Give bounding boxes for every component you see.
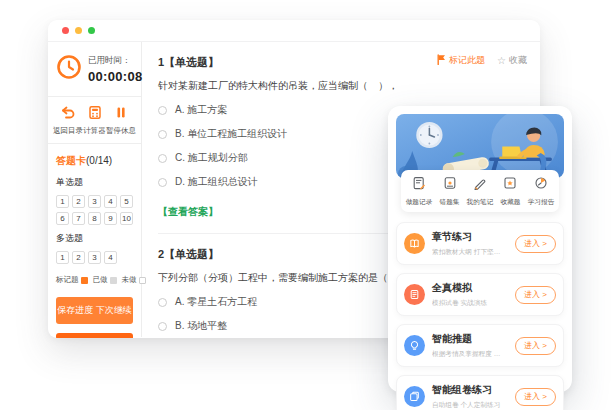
favorite-question-button[interactable]: ☆ 收藏 xyxy=(497,54,527,67)
enter-button[interactable]: 进入 > xyxy=(515,337,556,355)
answer-card-section: 答题卡(0/14) 单选题 1 2 3 4 5 6 7 8 9 10 xyxy=(48,144,141,338)
practice-item-chapter[interactable]: 章节练习 紧扣教材大纲 打下坚实基础 进入 > xyxy=(396,222,564,265)
question-number-button[interactable]: 8 xyxy=(88,212,101,225)
back-arrow-icon xyxy=(61,105,75,123)
option-text: A. 零星土石方工程 xyxy=(175,295,257,309)
mark-question-button[interactable]: 标记此题 xyxy=(437,54,485,67)
radio-icon[interactable] xyxy=(158,322,167,331)
flag-icon xyxy=(437,54,446,67)
question-number-button[interactable]: 3 xyxy=(88,195,101,208)
pause-icon xyxy=(115,105,127,123)
exam-paper-icon xyxy=(404,284,425,305)
window-titlebar xyxy=(48,20,540,42)
timer-value: 00:00:08 xyxy=(88,69,142,84)
calculator-button[interactable]: 计算器 xyxy=(83,105,106,136)
question-number-button[interactable]: 2 xyxy=(72,195,85,208)
answer-card-title: 答题卡 xyxy=(56,155,86,166)
study-illustration xyxy=(396,114,564,178)
question-number-button[interactable]: 10 xyxy=(120,212,133,225)
practice-item-mock-exam[interactable]: 全真模拟 模拟试卷 实战演练 进入 > xyxy=(396,273,564,316)
question-number-button[interactable]: 9 xyxy=(104,212,117,225)
menu-item-report[interactable]: 学习报告 xyxy=(526,176,556,207)
question-number-button[interactable]: 7 xyxy=(72,212,85,225)
single-choice-label: 单选题 xyxy=(56,176,133,189)
minimize-window-button[interactable] xyxy=(75,27,82,34)
save-progress-button[interactable]: 保存进度 下次继续 xyxy=(56,297,133,324)
menu-item-wrong-book[interactable]: 错题集 xyxy=(434,176,464,207)
menu-item-notes[interactable]: 我的笔记 xyxy=(465,176,495,207)
view-answer-link[interactable]: 【查看答案】 xyxy=(158,205,218,219)
report-clock-icon xyxy=(534,176,548,194)
multi-choice-label: 多选题 xyxy=(56,232,133,245)
question-number-button[interactable]: 2 xyxy=(72,251,85,264)
marked-swatch xyxy=(81,277,88,284)
option-text: B. 单位工程施工组织设计 xyxy=(175,127,287,141)
enter-button[interactable]: 进入 > xyxy=(515,235,556,253)
radio-icon[interactable] xyxy=(158,298,167,307)
menu-item-favorites[interactable]: 收藏题 xyxy=(495,176,525,207)
practice-item-custom-paper[interactable]: 智能组卷练习 自助组卷 个人定制练习 进入 > xyxy=(396,375,564,410)
timer-section: 已用时间： 00:00:08 xyxy=(48,42,141,97)
radio-icon[interactable] xyxy=(158,178,167,187)
star-box-icon xyxy=(503,176,517,194)
practice-item-title: 智能组卷练习 xyxy=(432,383,508,397)
page: 已用时间： 00:00:08 返回目录 xyxy=(0,0,612,410)
pencil-note-icon xyxy=(473,176,487,194)
single-choice-grid: 1 2 3 4 5 6 7 8 9 10 xyxy=(56,195,133,225)
question-number-button[interactable]: 1 xyxy=(56,195,69,208)
answer-card-progress: (0/14) xyxy=(86,155,112,166)
question-number-button[interactable]: 6 xyxy=(56,212,69,225)
star-icon: ☆ xyxy=(497,56,506,66)
legend-label: 已做 xyxy=(93,275,108,285)
close-window-button[interactable] xyxy=(62,27,69,34)
mark-question-label: 标记此题 xyxy=(449,54,485,67)
question-actions: 标记此题 ☆ 收藏 xyxy=(437,54,527,67)
promo-menu-row: 做题记录 错题集 我的 xyxy=(401,170,559,212)
tool-label: 计算器 xyxy=(83,126,106,136)
radio-icon[interactable] xyxy=(158,130,167,139)
question-number-button[interactable]: 4 xyxy=(104,195,117,208)
practice-item-subtitle: 自助组卷 个人定制练习 xyxy=(432,400,504,410)
enter-button[interactable]: 进入 > xyxy=(515,388,556,406)
menu-label: 学习报告 xyxy=(528,197,555,207)
practice-list: 章节练习 紧扣教材大纲 打下坚实基础 进入 > 全真模拟 模拟试卷 实战演练 进… xyxy=(396,222,564,410)
tool-label: 暂停休息 xyxy=(106,126,136,136)
exam-sidebar: 已用时间： 00:00:08 返回目录 xyxy=(48,42,142,337)
book-icon xyxy=(404,233,425,254)
practice-item-title: 全真模拟 xyxy=(432,281,508,295)
enter-button[interactable]: 进入 > xyxy=(515,286,556,304)
practice-item-subtitle: 根据考情及掌握程度 智能推送... xyxy=(432,349,504,359)
pause-rest-button[interactable]: 暂停休息 xyxy=(106,105,136,136)
wrong-book-icon xyxy=(443,176,457,194)
option-text: C. 施工规划分部 xyxy=(175,151,248,165)
compose-paper-icon xyxy=(404,386,425,407)
menu-label: 做题记录 xyxy=(406,197,433,207)
tools-row: 返回目录 计算器 xyxy=(48,97,141,144)
radio-icon[interactable] xyxy=(158,154,167,163)
favorite-label: 收藏 xyxy=(509,54,527,67)
question-number-button[interactable]: 5 xyxy=(120,195,133,208)
question-number-button[interactable]: 3 xyxy=(88,251,101,264)
practice-modes-card: 做题记录 错题集 我的 xyxy=(388,106,572,392)
option-text: B. 场地平整 xyxy=(175,319,227,333)
menu-item-record[interactable]: 做题记录 xyxy=(404,176,434,207)
question-number-button[interactable]: 1 xyxy=(56,251,69,264)
option-text: A. 施工方案 xyxy=(175,103,227,117)
submit-exam-button[interactable]: 直接交卷 xyxy=(56,333,133,338)
calculator-icon xyxy=(89,105,101,123)
radio-icon[interactable] xyxy=(158,106,167,115)
back-to-catalog-button[interactable]: 返回目录 xyxy=(53,105,83,136)
done-swatch xyxy=(110,277,117,284)
lightbulb-icon xyxy=(404,335,425,356)
menu-label: 我的笔记 xyxy=(467,197,494,207)
legend-label: 标记题 xyxy=(56,275,79,285)
answer-card-legend: 标记题 已做 未做 xyxy=(56,275,133,285)
clock-icon xyxy=(56,54,82,84)
practice-item-smart-push[interactable]: 智能推题 根据考情及掌握程度 智能推送... 进入 > xyxy=(396,324,564,367)
question-text: 针对某新建工厂的特大构件的吊装，应当编制（ ）， xyxy=(158,79,526,93)
record-doc-icon xyxy=(412,176,426,194)
practice-item-title: 章节练习 xyxy=(432,230,508,244)
question-number-button[interactable]: 4 xyxy=(104,251,117,264)
practice-item-title: 智能推题 xyxy=(432,332,508,346)
zoom-window-button[interactable] xyxy=(88,27,95,34)
